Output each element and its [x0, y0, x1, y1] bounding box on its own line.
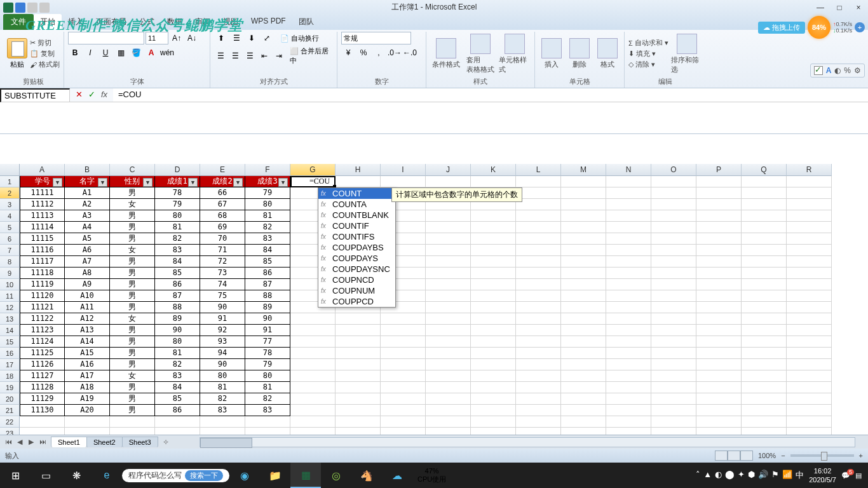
cell[interactable]: 82 — [200, 393, 245, 405]
column-header[interactable]: F — [245, 164, 290, 176]
cell[interactable] — [516, 187, 561, 199]
page-break-button[interactable] — [740, 451, 753, 461]
cell[interactable] — [561, 336, 606, 348]
cell[interactable] — [651, 416, 696, 428]
cell[interactable] — [651, 222, 696, 233]
cell[interactable]: 70 — [200, 233, 245, 245]
orientation-icon[interactable]: ⤢ — [260, 32, 274, 44]
cell[interactable] — [696, 405, 742, 416]
align-bottom-icon[interactable]: ⬇ — [245, 32, 259, 44]
cell[interactable]: 74 — [200, 279, 245, 290]
cell[interactable] — [290, 336, 336, 348]
cell[interactable]: 女 — [110, 199, 155, 210]
zoom-out-icon[interactable]: − — [781, 452, 785, 459]
cell[interactable]: 11128 — [20, 382, 65, 393]
select-all-corner[interactable] — [0, 164, 20, 176]
cell[interactable]: 男 — [110, 359, 155, 370]
cell[interactable] — [561, 370, 606, 382]
cell[interactable] — [742, 302, 787, 313]
cell[interactable] — [426, 256, 471, 268]
cell[interactable] — [245, 416, 290, 428]
cell[interactable]: 82 — [245, 222, 290, 233]
cell[interactable]: A10 — [65, 290, 110, 302]
percent-icon[interactable]: % — [356, 46, 370, 59]
cell[interactable] — [426, 233, 471, 245]
cell[interactable]: 成绩2 — [200, 176, 245, 187]
ribbon-tab[interactable]: WPS PDF — [245, 14, 292, 30]
tray-icon[interactable]: ✦ — [738, 470, 745, 481]
cell[interactable]: 75 — [200, 290, 245, 302]
network-icon[interactable]: 📶 — [782, 470, 792, 481]
cell[interactable] — [290, 359, 336, 370]
cell[interactable] — [606, 245, 651, 256]
cell[interactable] — [336, 325, 381, 336]
cell[interactable] — [606, 405, 651, 416]
cell[interactable] — [606, 382, 651, 393]
autocomplete-item[interactable]: COUPNCD — [318, 274, 395, 285]
row-header[interactable]: 16 — [0, 348, 20, 359]
decimal-inc-icon[interactable]: .0→ — [387, 46, 401, 59]
column-header[interactable]: O — [651, 164, 696, 176]
autocomplete-item[interactable]: COUPDAYBS — [318, 242, 395, 253]
cell[interactable] — [696, 279, 742, 290]
formula-autocomplete[interactable]: COUNTCOUNTACOUNTBLANKCOUNTIFCOUNTIFSCOUP… — [318, 187, 396, 308]
cell[interactable] — [471, 210, 516, 222]
cell[interactable]: A6 — [65, 245, 110, 256]
maximize-button[interactable]: □ — [830, 1, 849, 14]
cell[interactable] — [426, 336, 471, 348]
cell[interactable]: 男 — [110, 290, 155, 302]
cell[interactable] — [471, 416, 516, 428]
cell[interactable]: 85 — [245, 256, 290, 268]
cell[interactable] — [787, 290, 832, 302]
cell[interactable] — [426, 222, 471, 233]
column-header[interactable]: I — [381, 164, 426, 176]
cell[interactable] — [516, 370, 561, 382]
sort-filter-button[interactable]: 排序和筛选 — [671, 34, 703, 74]
cloud-upload-button[interactable]: ☁ 拖拽上传 — [758, 22, 805, 34]
search-button[interactable]: 搜索一下 — [185, 470, 223, 481]
cell[interactable] — [336, 416, 381, 428]
cell[interactable] — [155, 428, 200, 435]
cell[interactable] — [606, 222, 651, 233]
cell[interactable] — [471, 359, 516, 370]
cell[interactable] — [290, 370, 336, 382]
cell[interactable]: 72 — [200, 256, 245, 268]
cell[interactable] — [290, 382, 336, 393]
format-table-button[interactable]: 套用 表格格式 — [465, 34, 496, 74]
cell[interactable] — [742, 370, 787, 382]
cell[interactable] — [516, 348, 561, 359]
cell[interactable] — [471, 393, 516, 405]
cell[interactable] — [651, 428, 696, 435]
cell[interactable] — [471, 336, 516, 348]
cells-area[interactable]: 学号名字性别成绩1成绩2成绩311111A1男78667911112A2女796… — [20, 176, 868, 435]
cell[interactable]: 11123 — [20, 325, 65, 336]
cell[interactable] — [742, 416, 787, 428]
cell[interactable] — [696, 290, 742, 302]
cell[interactable] — [651, 256, 696, 268]
cell[interactable]: 男 — [110, 302, 155, 313]
cell[interactable] — [426, 393, 471, 405]
column-header[interactable]: Q — [742, 164, 787, 176]
cell[interactable]: 78 — [245, 348, 290, 359]
cell[interactable]: 88 — [245, 290, 290, 302]
cell[interactable] — [516, 222, 561, 233]
cell[interactable]: 71 — [200, 245, 245, 256]
cell[interactable] — [426, 382, 471, 393]
cell[interactable] — [426, 370, 471, 382]
row-header[interactable]: 18 — [0, 370, 20, 382]
cell[interactable] — [426, 268, 471, 279]
cell[interactable] — [696, 233, 742, 245]
cell[interactable]: A13 — [65, 325, 110, 336]
cell[interactable]: 83 — [200, 405, 245, 416]
cell[interactable] — [336, 393, 381, 405]
cell[interactable] — [516, 359, 561, 370]
cell[interactable] — [381, 428, 426, 435]
cell[interactable] — [200, 428, 245, 435]
cell[interactable] — [696, 336, 742, 348]
comma-icon[interactable]: , — [372, 46, 386, 59]
autocomplete-item[interactable]: COUPPCD — [318, 296, 395, 307]
cell[interactable] — [155, 416, 200, 428]
cell[interactable] — [651, 187, 696, 199]
wrap-text-button[interactable]: 📄 自动换行 — [280, 34, 319, 43]
cell[interactable] — [471, 268, 516, 279]
